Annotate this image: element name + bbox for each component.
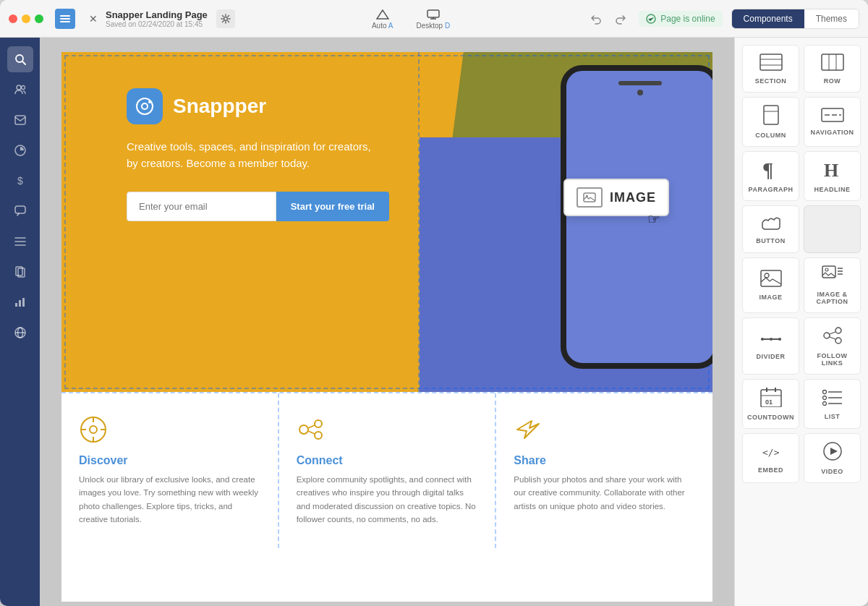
- svg-rect-22: [15, 303, 17, 307]
- undo-button[interactable]: [587, 9, 607, 29]
- email-input[interactable]: [127, 192, 276, 221]
- sidebar-item-search[interactable]: [7, 46, 33, 72]
- settings-button[interactable]: [216, 9, 235, 28]
- component-grid: SECTION ROW COLUMN: [742, 45, 861, 483]
- sidebar-item-list[interactable]: [7, 229, 33, 255]
- component-countdown[interactable]: 01 COUNTDOWN: [742, 379, 799, 429]
- email-cta-row: Start your free trial: [127, 192, 389, 221]
- svg-rect-24: [22, 298, 25, 307]
- svg-point-79: [822, 391, 826, 394]
- section-icon: [760, 54, 783, 74]
- svg-line-10: [22, 61, 25, 64]
- svg-text:01: 01: [765, 398, 773, 406]
- svg-rect-44: [760, 54, 782, 70]
- minimize-button[interactable]: [22, 14, 30, 23]
- countdown-label: COUNTDOWN: [747, 414, 794, 421]
- component-button[interactable]: BUTTON: [742, 205, 799, 253]
- component-section[interactable]: SECTION: [742, 45, 799, 93]
- trial-button[interactable]: Start your free trial: [276, 192, 389, 221]
- brand-name: Snappper: [173, 95, 266, 118]
- svg-line-42: [308, 425, 315, 428]
- video-label: VIDEO: [821, 468, 843, 475]
- hero-description: Creative tools, spaces, and inspiration …: [127, 139, 373, 171]
- discover-icon: [79, 415, 108, 444]
- themes-tab[interactable]: Themes: [804, 9, 859, 28]
- feature-connect: Connect Explore community spotlights, an…: [279, 393, 497, 548]
- right-panel: SECTION ROW COLUMN: [734, 38, 868, 606]
- follow-links-label: FOLLOW LINKS: [809, 352, 856, 367]
- sidebar-item-money[interactable]: $: [7, 168, 33, 194]
- fullscreen-button[interactable]: [35, 14, 43, 23]
- page-title: Snapper Landing Page: [106, 9, 208, 20]
- auto-label: Auto A: [372, 22, 393, 30]
- image-tooltip: IMAGE ☞: [563, 179, 669, 216]
- hero-right-column: [420, 52, 712, 392]
- svg-text:$: $: [17, 175, 23, 187]
- sidebar-item-stats[interactable]: [7, 137, 33, 163]
- row-label: ROW: [824, 77, 841, 85]
- sidebar-toggle-button[interactable]: [55, 9, 75, 29]
- discover-desc: Unlock our library of exclusive looks, a…: [79, 473, 260, 526]
- hero-left-column: Snappper Creative tools, spaces, and ins…: [61, 52, 420, 392]
- svg-point-80: [822, 396, 826, 400]
- connect-title: Connect: [297, 454, 478, 467]
- row-icon: [821, 54, 844, 74]
- divider-icon: [760, 332, 783, 350]
- component-navigation[interactable]: NAVIGATION: [804, 97, 861, 147]
- sidebar-item-mail[interactable]: [7, 107, 33, 133]
- image-tooltip-label: IMAGE: [610, 190, 656, 205]
- component-embed[interactable]: </> EMBED: [742, 433, 799, 483]
- sidebar-item-analytics[interactable]: [7, 289, 33, 315]
- svg-rect-47: [822, 54, 843, 70]
- headline-icon: H: [822, 159, 843, 183]
- sidebar-item-users[interactable]: [7, 77, 33, 103]
- component-video[interactable]: VIDEO: [804, 433, 861, 483]
- sidebar-item-pages[interactable]: [7, 259, 33, 285]
- svg-rect-0: [60, 15, 70, 17]
- component-list[interactable]: LIST: [804, 379, 861, 429]
- svg-line-73: [830, 337, 835, 339]
- sidebar-item-chat[interactable]: [7, 198, 33, 224]
- svg-point-39: [299, 425, 308, 434]
- component-paragraph[interactable]: ¶ PARAGRAPH: [742, 151, 799, 201]
- svg-point-29: [142, 103, 148, 109]
- close-button[interactable]: [9, 14, 17, 23]
- page-close-button[interactable]: ✕: [87, 12, 100, 25]
- component-image[interactable]: IMAGE: [742, 257, 799, 313]
- feature-discover: Discover Unlock our library of exclusive…: [61, 393, 279, 548]
- svg-line-43: [308, 431, 315, 434]
- canvas-area[interactable]: Snappper Creative tools, spaces, and ins…: [40, 38, 734, 606]
- svg-point-71: [835, 338, 841, 343]
- component-follow-links[interactable]: FOLLOW LINKS: [804, 317, 861, 375]
- undo-redo-group: [587, 9, 630, 29]
- redo-button[interactable]: [610, 9, 630, 29]
- component-headline[interactable]: H HEADLINE: [804, 151, 861, 201]
- sidebar-item-globe[interactable]: [7, 320, 33, 346]
- svg-rect-1: [60, 18, 70, 20]
- navigation-label: NAVIGATION: [810, 129, 854, 136]
- follow-links-icon: [822, 325, 843, 349]
- desktop-mode-button[interactable]: Desktop D: [410, 5, 456, 33]
- svg-point-59: [765, 273, 769, 278]
- traffic-lights: [9, 14, 43, 23]
- component-divider[interactable]: DIVIDER: [742, 317, 799, 375]
- svg-point-30: [148, 101, 151, 103]
- list-icon: [822, 388, 843, 410]
- main-area: $: [0, 38, 868, 606]
- brand-row: Snappper: [127, 88, 389, 124]
- online-label: Page is online: [660, 14, 715, 24]
- navigation-icon: [821, 108, 844, 126]
- component-column[interactable]: COLUMN: [742, 97, 799, 147]
- component-row[interactable]: ROW: [804, 45, 861, 93]
- components-tab[interactable]: Components: [732, 9, 804, 28]
- feature-share: Share Publish your photos and share your…: [496, 393, 712, 548]
- component-image-caption[interactable]: IMAGE & CAPTION: [804, 257, 861, 313]
- svg-point-68: [778, 338, 781, 341]
- svg-rect-58: [761, 270, 781, 286]
- video-icon: [822, 441, 843, 465]
- auto-mode-button[interactable]: Auto A: [366, 5, 399, 33]
- svg-rect-23: [19, 300, 21, 307]
- svg-point-81: [822, 402, 826, 406]
- image-icon: [576, 187, 603, 208]
- column-icon: [763, 105, 779, 129]
